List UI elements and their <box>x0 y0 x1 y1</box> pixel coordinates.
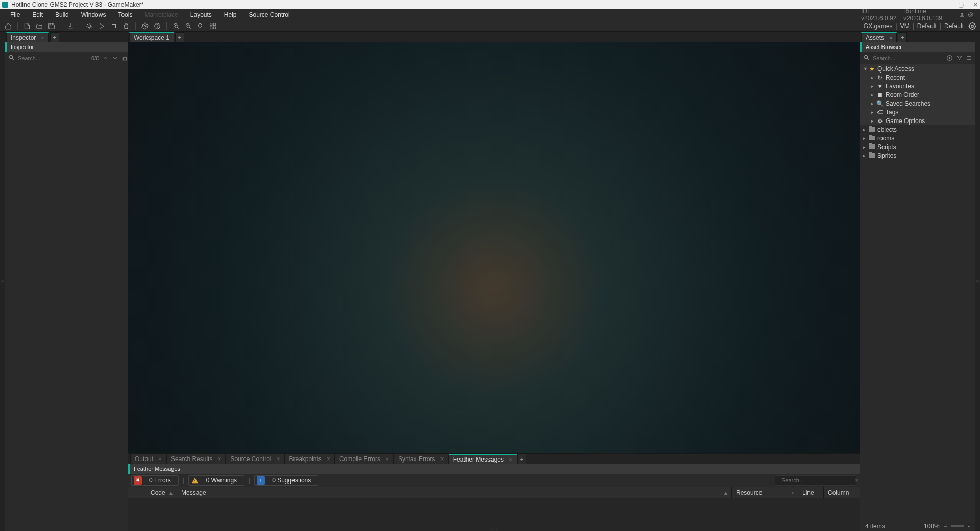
tree-recent[interactable]: ▸↻Recent <box>860 73 975 82</box>
left-dock-expander[interactable]: ‹‹ <box>0 32 5 531</box>
menu-edit[interactable]: Edit <box>26 10 49 20</box>
debug-button[interactable] <box>84 21 94 31</box>
close-icon[interactable]: × <box>440 455 444 463</box>
close-icon[interactable]: × <box>276 455 280 463</box>
menu-windows[interactable]: Windows <box>75 10 112 20</box>
menu-tools[interactable]: Tools <box>112 10 138 20</box>
tree-folder-sprites[interactable]: ▸Sprites <box>860 151 975 160</box>
zoom-reset-button[interactable] <box>195 21 206 31</box>
inspector-search-input[interactable] <box>18 55 88 61</box>
inspector-add-tab[interactable]: + <box>50 32 59 42</box>
tree-folder-scripts[interactable]: ▸Scripts <box>860 142 975 151</box>
zoom-slider[interactable] <box>951 525 964 527</box>
zoom-in-button[interactable] <box>171 21 181 31</box>
target-icon[interactable] <box>968 21 977 31</box>
suggestions-filter[interactable]: i0 Suggestions <box>254 475 318 486</box>
zoom-out-icon[interactable]: − <box>944 523 947 530</box>
open-project-button[interactable] <box>34 21 44 31</box>
tree-favourites[interactable]: ▸♥Favourites <box>860 82 975 90</box>
folder-icon <box>868 127 875 132</box>
account-icon[interactable] <box>959 11 965 18</box>
right-dock-expander[interactable]: ›› <box>975 32 980 531</box>
bottom-tab-feather[interactable]: Feather Messages× <box>449 454 517 464</box>
stop-button[interactable] <box>109 21 119 31</box>
search-icon: 🔍 <box>876 100 884 107</box>
menu-file[interactable]: File <box>4 10 26 20</box>
inspector-prev-button[interactable] <box>102 54 109 62</box>
tree-saved-searches[interactable]: ▸🔍Saved Searches <box>860 99 975 108</box>
close-icon[interactable]: × <box>158 455 162 463</box>
tree-room-order[interactable]: ▸≣Room Order <box>860 90 975 99</box>
dock-button[interactable] <box>208 21 218 31</box>
close-icon[interactable]: × <box>327 455 330 463</box>
col-column[interactable]: Column <box>824 487 860 498</box>
errors-filter[interactable]: ✖0 Errors <box>131 475 179 486</box>
clean-button[interactable] <box>121 21 131 31</box>
feather-search-clear[interactable]: × <box>855 477 859 484</box>
runtime-version-label: Runtime v2023.6.0.139 <box>903 8 956 22</box>
bottom-tab-breakpoints[interactable]: Breakpoints× <box>285 454 335 464</box>
tree-folder-rooms[interactable]: ▸rooms <box>860 134 975 142</box>
inspector-tab-close[interactable]: × <box>41 35 44 41</box>
menu-layouts[interactable]: Layouts <box>184 10 218 20</box>
folder-icon <box>868 144 875 149</box>
assets-menu-button[interactable] <box>966 54 972 62</box>
bottom-tab-syntax-errors[interactable]: Syntax Errors× <box>394 454 449 464</box>
feather-search-input[interactable] <box>781 477 852 484</box>
new-project-button[interactable] <box>22 21 32 31</box>
workspace-tab[interactable]: Workspace 1 <box>129 32 174 42</box>
notifications-icon[interactable] <box>968 11 974 18</box>
workspace-canvas[interactable] <box>128 42 860 453</box>
menu-marketplace[interactable]: Marketplace <box>138 10 184 20</box>
assets-panel: Assets × + Asset Browser ▼★Quick Access … <box>860 32 975 531</box>
tree-tags[interactable]: ▸🏷Tags <box>860 108 975 116</box>
run-button[interactable] <box>96 21 107 31</box>
save-button[interactable] <box>46 21 57 31</box>
assets-add-button[interactable] <box>946 54 953 62</box>
target-platform: GX.games <box>864 22 893 30</box>
inspector-lock-button[interactable] <box>121 54 128 62</box>
inspector-next-button[interactable] <box>112 54 118 62</box>
create-executable-button[interactable] <box>65 21 76 31</box>
assets-tab-close[interactable]: × <box>889 35 892 41</box>
col-message[interactable]: Message▴ <box>177 487 732 498</box>
menu-help[interactable]: Help <box>218 10 243 20</box>
assets-search-input[interactable] <box>873 55 943 61</box>
assets-add-tab[interactable]: + <box>898 32 907 42</box>
col-line[interactable]: Line <box>798 487 824 498</box>
inspector-tab[interactable]: Inspector × <box>6 32 49 42</box>
bottom-collapse-handle[interactable]: ⌄⌄ <box>128 526 860 531</box>
svg-point-18 <box>9 55 13 59</box>
assets-filter-button[interactable] <box>956 54 963 62</box>
heart-icon: ♥ <box>876 83 884 90</box>
bottom-tab-search-results[interactable]: Search Results× <box>166 454 226 464</box>
list-icon: ≣ <box>876 91 884 99</box>
assets-tab[interactable]: Assets × <box>861 32 897 42</box>
close-icon[interactable]: × <box>217 455 221 463</box>
menu-source-control[interactable]: Source Control <box>243 10 296 20</box>
zoom-in-icon[interactable]: ▪ <box>968 523 970 530</box>
close-icon[interactable]: × <box>509 456 512 463</box>
bottom-add-tab[interactable]: + <box>517 454 526 464</box>
warnings-filter[interactable]: 0 Warnings <box>188 475 244 486</box>
close-icon[interactable]: × <box>385 455 389 463</box>
recent-icon: ↻ <box>876 74 884 81</box>
svg-rect-21 <box>194 481 195 482</box>
bottom-tab-compile-errors[interactable]: Compile Errors× <box>335 454 394 464</box>
col-resource[interactable]: Resource▫ <box>732 487 798 498</box>
target-selector[interactable]: GX.games| VM| Default| Default <box>864 21 977 31</box>
game-options-button[interactable] <box>140 21 150 31</box>
bottom-tab-source-control[interactable]: Source Control× <box>226 454 284 464</box>
workspace-add-tab[interactable]: + <box>175 32 184 42</box>
tree-game-options[interactable]: ▸⚙Game Options <box>860 116 975 125</box>
tree-folder-objects[interactable]: ▸objects <box>860 125 975 134</box>
main-toolbar: GX.games| VM| Default| Default <box>0 20 980 32</box>
help-button[interactable] <box>152 21 162 31</box>
warning-icon <box>191 476 199 485</box>
home-button[interactable] <box>3 21 13 31</box>
zoom-out-button[interactable] <box>183 21 193 31</box>
bottom-tab-output[interactable]: Output× <box>130 454 166 464</box>
tree-quick-access[interactable]: ▼★Quick Access <box>860 64 975 73</box>
col-code[interactable]: Code▴ <box>146 487 177 498</box>
menu-build[interactable]: Build <box>49 10 75 20</box>
